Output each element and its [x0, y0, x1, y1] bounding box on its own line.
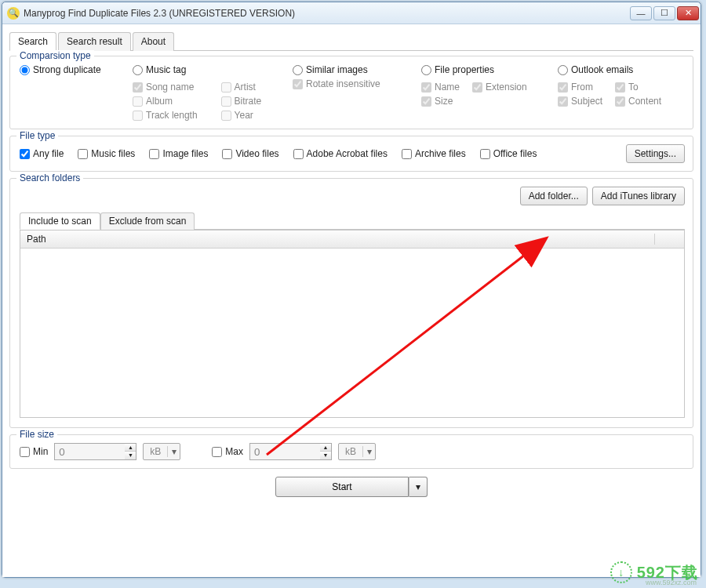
min-input[interactable]: [54, 443, 125, 460]
max-input[interactable]: [249, 443, 320, 460]
check-archive-files[interactable]: Archive files: [402, 148, 466, 159]
min-spin-down-icon[interactable]: ▼: [125, 452, 136, 459]
scan-tabstrip: Include to scan Exclude from scan: [20, 212, 685, 230]
check-any-file[interactable]: Any file: [20, 148, 64, 159]
check-office-files[interactable]: Office files: [480, 148, 537, 159]
check-to: To: [615, 82, 661, 93]
check-track-length: Track length: [133, 110, 198, 121]
watermark-sub: www.592xz.com: [646, 579, 697, 586]
folder-list[interactable]: Path: [20, 230, 685, 418]
check-from: From: [558, 82, 602, 93]
check-subject: Subject: [558, 96, 602, 107]
min-spin-up-icon[interactable]: ▲: [125, 444, 136, 452]
check-name: Name: [421, 82, 460, 93]
check-rotate-insensitive: Rotate insensitive: [293, 78, 402, 89]
search-folders-legend: Search folders: [16, 172, 83, 183]
start-dropdown[interactable]: ▾: [409, 477, 428, 497]
add-folder-button[interactable]: Add folder...: [520, 187, 588, 205]
client-area: Search Search result About Comparsion ty…: [2, 24, 701, 577]
window-title: Manyprog Find Duplicate Files 2.3 (UNREG…: [24, 8, 630, 19]
main-tabstrip: Search Search result About: [9, 31, 693, 51]
comparison-legend: Comparsion type: [16, 50, 94, 61]
maximize-button[interactable]: ☐: [653, 6, 675, 20]
radio-similar-images[interactable]: Similar images: [293, 64, 402, 75]
check-size: Size: [421, 96, 460, 107]
check-year: Year: [221, 110, 262, 121]
radio-file-properties[interactable]: File properties: [421, 64, 539, 75]
check-content: Content: [615, 96, 661, 107]
min-unit-combo[interactable]: kB▾: [143, 443, 180, 460]
close-button[interactable]: ✕: [677, 6, 699, 20]
window-controls: — ☐ ✕: [630, 6, 699, 20]
max-spin[interactable]: ▲▼: [249, 443, 332, 460]
check-min[interactable]: Min: [20, 446, 48, 457]
file-type-legend: File type: [16, 130, 58, 141]
check-extension: Extension: [472, 82, 527, 93]
start-row: Start ▾: [9, 477, 693, 497]
check-album: Album: [133, 96, 198, 107]
tab-include-to-scan[interactable]: Include to scan: [20, 212, 100, 230]
file-size-legend: File size: [16, 429, 57, 440]
max-spin-up-icon[interactable]: ▲: [320, 444, 331, 452]
chevron-down-icon[interactable]: ▾: [362, 446, 375, 457]
check-artist: Artist: [221, 82, 262, 93]
check-image-files[interactable]: Image files: [149, 148, 208, 159]
check-song-name: Song name: [133, 82, 198, 93]
max-spin-down-icon[interactable]: ▼: [320, 452, 331, 459]
tab-search-result[interactable]: Search result: [58, 32, 131, 51]
max-unit-combo[interactable]: kB▾: [338, 443, 376, 460]
watermark: ↓ 592下载 www.592xz.com: [610, 561, 698, 583]
check-video-files[interactable]: Video files: [222, 148, 278, 159]
settings-button[interactable]: Settings...: [626, 144, 685, 163]
chevron-down-icon[interactable]: ▾: [167, 446, 180, 457]
folder-list-header: Path: [20, 230, 684, 249]
tab-exclude-from-scan[interactable]: Exclude from scan: [100, 212, 195, 230]
file-type-group: File type Any file Music files Image fil…: [9, 136, 693, 172]
path-column-header[interactable]: Path: [27, 234, 654, 245]
search-folders-group: Search folders Add folder... Add iTunes …: [9, 178, 693, 428]
radio-strong-duplicate[interactable]: Strong duplicate: [20, 64, 114, 75]
check-bitrate: Bitrate: [221, 96, 262, 107]
radio-outlook-emails[interactable]: Outlook emails: [558, 64, 668, 75]
app-window: 🔍 Manyprog Find Duplicate Files 2.3 (UNR…: [2, 2, 701, 578]
check-max[interactable]: Max: [212, 446, 243, 457]
tab-search[interactable]: Search: [9, 32, 56, 51]
minimize-button[interactable]: —: [630, 6, 652, 20]
app-icon: 🔍: [7, 7, 20, 20]
min-spin[interactable]: ▲▼: [54, 443, 136, 460]
watermark-logo-icon: ↓: [610, 561, 632, 583]
comparison-type-group: Comparsion type Strong duplicate Music t…: [9, 56, 693, 129]
file-size-group: File size Min ▲▼ kB▾ Max ▲▼ kB▾: [9, 434, 693, 469]
start-button[interactable]: Start: [275, 477, 409, 497]
titlebar: 🔍 Manyprog Find Duplicate Files 2.3 (UNR…: [2, 2, 701, 24]
tab-about[interactable]: About: [133, 32, 174, 51]
check-music-files[interactable]: Music files: [78, 148, 135, 159]
check-adobe-files[interactable]: Adobe Acrobat files: [293, 148, 388, 159]
add-itunes-button[interactable]: Add iTunes library: [592, 187, 685, 205]
column-end: [654, 234, 678, 245]
radio-music-tag[interactable]: Music tag: [133, 64, 274, 75]
